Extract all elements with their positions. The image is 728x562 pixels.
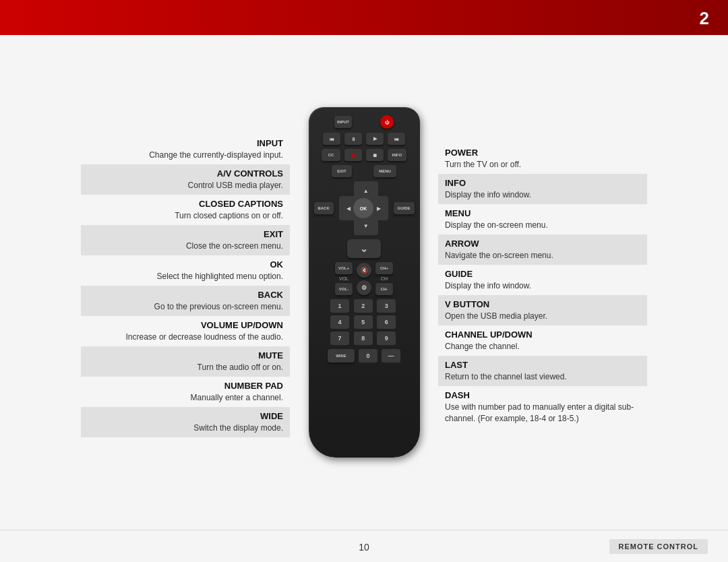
top-bar [0,0,728,35]
label-exit: EXIT Close the on-screen menu. [81,225,290,255]
label-last: LAST Return to the channel last viewed. [438,356,647,386]
fast-forward-button[interactable]: ⏭ [388,133,405,145]
channel-col: CH+ CH CH- [375,262,393,295]
num-5-button[interactable]: 5 [354,315,373,329]
remote-row-3: CC ⏺ ⏹ INFO [314,149,415,161]
label-input: INPUT Change the currently-displayed inp… [81,134,290,164]
ok-button[interactable]: OK [353,198,373,218]
bottom-page-number: 10 [359,542,369,553]
play-button[interactable]: ▶ [366,133,384,145]
num-0-button[interactable]: 0 [359,349,377,363]
num-8-button[interactable]: 8 [354,332,373,345]
ch-up-button[interactable]: CH+ [375,262,393,274]
label-back: BACK Go to the previous on-screen menu. [81,286,290,316]
label-dash: DASH Use with number pad to manually ent… [438,386,647,428]
remote-body: INPUT ⏻ ⏮ ⏸ ▶ ⏭ CC ⏺ ⏹ INFO EXIT [309,107,420,458]
right-labels: POWER Turn the TV on or off. INFO Displa… [438,137,647,428]
vol-down-button[interactable]: VOL- [335,283,353,295]
label-v-button: V BUTTON Open the USB media player. [438,295,647,325]
v-button[interactable]: ⌄ [347,239,381,258]
label-power: POWER Turn the TV on or off. [438,144,647,174]
dash-button[interactable]: — [382,349,400,363]
num-6-button[interactable]: 6 [377,315,396,329]
num-7-button[interactable]: 7 [330,332,349,345]
label-closed-captions: CLOSED CAPTIONS Turn closed captions on … [81,195,290,225]
label-volume-up-down: VOLUME UP/DOWN Increase or decrease loud… [81,316,290,346]
label-number-pad: NUMBER PAD Manually enter a channel. [81,377,290,407]
input-button[interactable]: INPUT [334,116,352,128]
back-button[interactable]: BACK [314,202,334,214]
bottom-bar: 10 REMOTE CONTROL [0,530,728,562]
label-info: INFO Display the info window. [438,174,647,204]
num-2-button[interactable]: 2 [354,299,373,313]
label-arrow: ARROW Navigate the on-screen menu. [438,235,647,265]
remote-row-bottom: WIDE 0 — [314,349,415,363]
label-ok: OK Select the highlighted menu option. [81,255,290,286]
remote-row-4: EXIT MENU [314,165,415,177]
label-mute: MUTE Turn the audio off or on. [81,346,290,377]
stop-button[interactable]: ⏹ [366,149,384,161]
remote-row-numpad: 1 2 3 4 5 6 7 8 9 [314,299,415,345]
exit-button[interactable]: EXIT [332,165,352,177]
numpad: 1 2 3 4 5 6 7 8 9 [330,299,398,345]
mute-button[interactable]: 🔇 [357,263,371,278]
remote-row-2: ⏮ ⏸ ▶ ⏭ [314,133,415,145]
record-button[interactable]: ⏺ [344,149,362,161]
left-labels: INPUT Change the currently-displayed inp… [81,127,290,437]
main-content: INPUT Change the currently-displayed inp… [0,35,728,530]
remote-control: INPUT ⏻ ⏮ ⏸ ▶ ⏭ CC ⏺ ⏹ INFO EXIT [297,107,431,458]
dpad: ▲ ▼ ◀ ▶ OK [339,181,388,235]
remote-row-5: BACK ▲ ▼ ◀ ▶ OK GUIDE [314,181,415,235]
num-4-button[interactable]: 4 [330,315,349,329]
menu-button[interactable]: MENU [373,165,396,177]
remote-row-volch: VOL+ VOL VOL- 🔇 ⚙ CH+ CH CH- [314,262,415,295]
rewind-button[interactable]: ⏮ [323,133,340,145]
wide-button[interactable]: WIDE [328,349,355,363]
num-9-button[interactable]: 9 [377,332,396,345]
remote-control-label: REMOTE CONTROL [609,539,708,554]
label-wide: WIDE Switch the display mode. [81,407,290,437]
label-av-controls: A/V CONTROLS Control USB media player. [81,164,290,195]
unknown-button[interactable]: ⚙ [357,280,371,295]
remote-row-1: INPUT ⏻ [314,115,415,129]
volume-col: VOL+ VOL VOL- [335,262,353,295]
label-menu: MENU Display the on-screen menu. [438,204,647,235]
label-guide: GUIDE Display the info window. [438,265,647,295]
ch-down-button[interactable]: CH- [375,283,393,295]
page-number: 2 [700,8,709,29]
num-3-button[interactable]: 3 [377,299,396,313]
vol-up-button[interactable]: VOL+ [335,262,353,274]
pause-button[interactable]: ⏸ [344,133,362,145]
remote-row-v: ⌄ [314,239,415,258]
info-button[interactable]: INFO [388,149,406,161]
label-channel-up-down: CHANNEL UP/DOWN Change the channel. [438,325,647,356]
guide-button[interactable]: GUIDE [394,202,415,214]
power-button[interactable]: ⏻ [380,115,394,129]
cc-button[interactable]: CC [322,149,340,161]
num-1-button[interactable]: 1 [330,299,349,313]
